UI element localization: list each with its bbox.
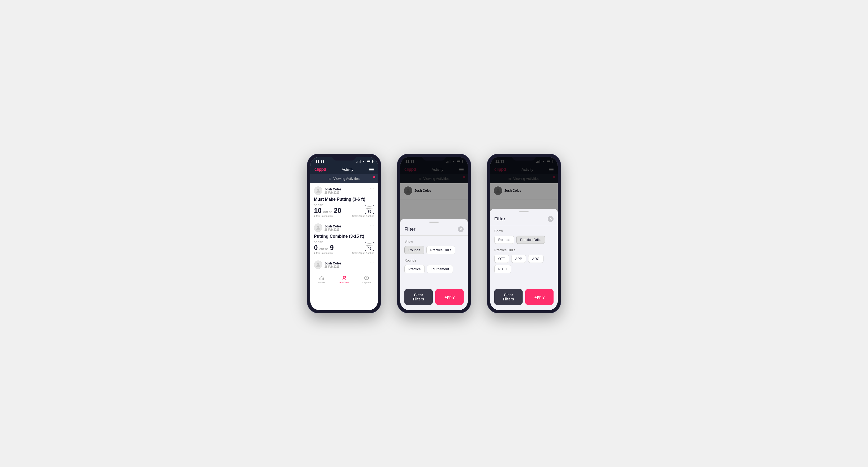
logo-1: clippd	[314, 167, 326, 172]
total-value-2: 9	[330, 244, 334, 252]
footer-right-1: Data: Clippd Capture	[352, 215, 374, 217]
filter-sheet-2: Filter ✕ Show Rounds Practice Drills Rou…	[400, 219, 468, 310]
filter-close-3[interactable]: ✕	[548, 216, 554, 222]
filter-handle-2	[429, 222, 439, 223]
nav-capture-label-1: Capture	[362, 281, 371, 284]
score-label-2: Score	[314, 241, 334, 244]
filter-handle-3	[519, 211, 529, 212]
avatar-2	[314, 223, 322, 232]
tournament-btn-2[interactable]: Tournament	[427, 265, 453, 273]
practice-btn-2[interactable]: Practice	[404, 265, 425, 273]
filter-close-2[interactable]: ✕	[458, 226, 464, 232]
clear-filters-btn-3[interactable]: Clear Filters	[494, 289, 523, 305]
user-date-2: 28 Feb 2023	[324, 228, 341, 231]
quality-value-2: 45	[365, 246, 374, 250]
bar1	[356, 162, 357, 163]
activity-card-2: Josh Coles 28 Feb 2023 ··· Putting Combi…	[310, 220, 378, 257]
phone-2: 11:33 ▲ cli	[397, 154, 471, 313]
user-info-2: Josh Coles 28 Feb 2023	[314, 223, 341, 232]
nav-activities-1[interactable]: Activities	[333, 275, 355, 284]
user-date-3: 28 Feb 2023	[324, 265, 341, 268]
stats-container-2: Score 0 OUT OF 9 Shot Quality 45	[314, 241, 374, 252]
activity-card-3: Josh Coles 28 Feb 2023 ···	[310, 257, 378, 273]
quality-badge-2: Shot Quality 45	[365, 242, 374, 251]
filter-footer-3: Clear Filters Apply	[490, 289, 558, 305]
bar3	[359, 161, 360, 163]
viewing-banner-1[interactable]: ⊞ Viewing Activities	[310, 174, 378, 183]
show-label-2: Show	[404, 239, 464, 243]
rounds-filter-row-2: Practice Tournament	[404, 265, 464, 273]
battery-icon-1	[367, 160, 373, 163]
phone-1-screen: 11:33 ▲ clippd Activity	[310, 157, 378, 310]
card-header-1: Josh Coles 28 Feb 2023 ···	[314, 186, 374, 195]
rounds-btn-2[interactable]: Rounds	[404, 246, 424, 254]
avatar-3	[314, 260, 322, 269]
apply-btn-3[interactable]: Apply	[525, 289, 554, 305]
user-details-1: Josh Coles 28 Feb 2023	[324, 187, 341, 194]
stats-container-1: Score 10 OUT OF 20 Shot Quality 75	[314, 204, 374, 215]
info-icon-2: ℹ	[314, 252, 315, 254]
outof-1: OUT OF	[323, 211, 332, 213]
putt-btn-3[interactable]: PUTT	[494, 265, 511, 273]
info-icon-1: ℹ	[314, 215, 315, 217]
outof-2: OUT OF	[319, 248, 328, 250]
practice-filter-row-3: OTT APP ARG PUTT	[494, 255, 554, 273]
quality-section-1: Shot Quality 75	[365, 205, 374, 214]
hamburger-line	[369, 170, 374, 171]
arg-btn-3[interactable]: ARG	[528, 255, 544, 263]
show-filter-row-3: Rounds Practice Drills	[494, 236, 554, 244]
apply-btn-2[interactable]: Apply	[435, 289, 464, 305]
practice-drills-btn-2[interactable]: Practice Drills	[426, 246, 455, 254]
clear-filters-btn-2[interactable]: Clear Filters	[404, 289, 433, 305]
capture-icon-1	[364, 275, 369, 281]
quality-section-2: Shot Quality 45	[365, 242, 374, 251]
filter-body-2: Show Rounds Practice Drills Rounds Pract…	[400, 236, 468, 281]
nav-home-1[interactable]: Home	[310, 275, 333, 284]
app-btn-3[interactable]: APP	[511, 255, 526, 263]
filter-title-3: Filter	[494, 216, 505, 222]
filter-footer-2: Clear Filters Apply	[400, 289, 468, 305]
nav-capture-1[interactable]: Capture	[355, 275, 378, 284]
nav-activities-label-1: Activities	[339, 281, 349, 284]
options-2[interactable]: ···	[370, 223, 374, 228]
phone-3-screen: 11:33 ▲ cli	[490, 157, 558, 310]
wifi-icon-1: ▲	[362, 160, 365, 163]
practice-section-label-3: Practice Drills	[494, 248, 554, 252]
activity-card-1: Josh Coles 28 Feb 2023 ··· Must Make Put…	[310, 183, 378, 220]
quality-label-1: Shot Quality	[365, 205, 374, 210]
card-footer-1: ℹ Test Information Data: Clippd Capture	[314, 215, 374, 217]
options-3[interactable]: ···	[370, 260, 374, 265]
hamburger-menu-1[interactable]	[369, 168, 374, 171]
user-name-1: Josh Coles	[324, 187, 341, 191]
filter-header-3: Filter ✕	[490, 214, 558, 225]
footer-left-1: Test Information	[316, 215, 333, 217]
signal-bars-1	[356, 160, 361, 163]
ott-btn-3[interactable]: OTT	[494, 255, 509, 263]
app-header-1: clippd Activity	[310, 165, 378, 174]
svg-point-0	[317, 189, 319, 191]
svg-point-2	[317, 263, 319, 265]
user-info-1: Josh Coles 28 Feb 2023	[314, 186, 341, 195]
test-info-2: ℹ Test Information	[314, 252, 333, 254]
nav-home-label-1: Home	[318, 281, 325, 284]
rounds-section-label-2: Rounds	[404, 258, 464, 262]
filter-body-3: Show Rounds Practice Drills Practice Dri…	[490, 225, 558, 281]
total-value-1: 20	[334, 207, 341, 215]
quality-label-2: Shot Quality	[365, 242, 374, 247]
notch-1	[332, 154, 356, 160]
user-name-3: Josh Coles	[324, 261, 341, 265]
battery-fill-1	[367, 160, 370, 162]
user-name-2: Josh Coles	[324, 224, 341, 228]
phone-1: 11:33 ▲ clippd Activity	[307, 154, 381, 313]
show-label-3: Show	[494, 229, 554, 233]
practice-drills-btn-3[interactable]: Practice Drills	[516, 236, 545, 244]
activity-title-2: Putting Combine (3-15 ft)	[314, 234, 374, 239]
card-header-2: Josh Coles 28 Feb 2023 ···	[314, 223, 374, 232]
hamburger-line	[369, 169, 374, 170]
activities-icon-1	[341, 275, 347, 281]
svg-point-3	[343, 276, 345, 278]
activity-title-1: Must Make Putting (3-6 ft)	[314, 197, 374, 202]
rounds-btn-3[interactable]: Rounds	[494, 236, 514, 244]
header-title-1: Activity	[342, 167, 353, 172]
options-1[interactable]: ···	[370, 186, 374, 191]
